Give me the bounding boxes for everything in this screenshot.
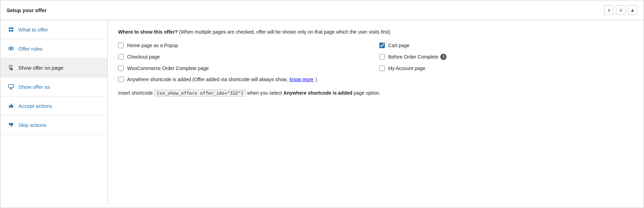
expand-button[interactable]: ▲ bbox=[628, 5, 637, 15]
svg-rect-8 bbox=[10, 67, 11, 67]
chevron-up-icon: ∧ bbox=[607, 7, 611, 13]
checkout-page-checkbox[interactable] bbox=[118, 54, 124, 60]
shortcode-note: Insert shortcode [so_show_offers offer_i… bbox=[118, 89, 633, 97]
panel-controls: ∧ ∨ ▲ bbox=[604, 5, 637, 15]
expand-icon: ▲ bbox=[630, 7, 635, 13]
main-content: Where to show this offer? (When multiple… bbox=[108, 20, 644, 204]
setup-offer-panel: Setup your offer ∧ ∨ ▲ bbox=[0, 0, 644, 208]
checkbox-item-home-page-popup: Home page as a Popup bbox=[118, 43, 372, 48]
panel-title: Setup your offer bbox=[7, 7, 47, 13]
svg-point-5 bbox=[10, 47, 12, 49]
svg-rect-13 bbox=[9, 105, 10, 107]
svg-rect-9 bbox=[10, 68, 12, 70]
know-more-link[interactable]: know more bbox=[290, 77, 314, 82]
before-order-complete-label[interactable]: Before Order Complete ? bbox=[388, 54, 447, 60]
monitor-icon bbox=[7, 84, 15, 90]
cart-page-checkbox[interactable] bbox=[379, 43, 385, 48]
checkbox-item-cart-page: Cart page bbox=[379, 43, 634, 48]
sidebar-item-skip-actions[interactable]: Skip actions bbox=[0, 115, 107, 135]
help-icon[interactable]: ? bbox=[440, 54, 447, 60]
sidebar-label-what-to-offer: What to offer bbox=[18, 27, 48, 33]
sidebar: What to offer Offer rules bbox=[0, 20, 108, 204]
svg-rect-10 bbox=[9, 85, 14, 88]
thumbs-up-icon bbox=[7, 103, 15, 109]
collapse-down-button[interactable]: ∨ bbox=[616, 5, 626, 15]
checkbox-item-woocommerce-order-complete: WooCommerce Order Complete page bbox=[118, 66, 372, 71]
section-question-note: (When multiple pages are checked, offer … bbox=[178, 29, 390, 35]
thumbs-down-icon bbox=[7, 122, 15, 128]
section-description: Where to show this offer? (When multiple… bbox=[118, 28, 633, 36]
checkbox-item-my-account-page: My Account page bbox=[379, 66, 634, 71]
sidebar-item-show-offer-as[interactable]: Show offer as bbox=[0, 77, 107, 96]
svg-rect-14 bbox=[9, 123, 10, 125]
panel-header: Setup your offer ∧ ∨ ▲ bbox=[0, 0, 644, 20]
chevron-down-icon: ∨ bbox=[619, 7, 623, 13]
woocommerce-order-complete-label[interactable]: WooCommerce Order Complete page bbox=[127, 66, 209, 71]
sidebar-label-show-offer-on-page: Show offer on page bbox=[18, 65, 63, 71]
panel-body: What to offer Offer rules bbox=[0, 20, 644, 204]
woocommerce-order-complete-checkbox[interactable] bbox=[118, 66, 124, 71]
shortcode-note-bold: Anywhere shortcode is added bbox=[283, 90, 352, 96]
sidebar-item-what-to-offer[interactable]: What to offer bbox=[0, 20, 107, 39]
home-page-popup-label[interactable]: Home page as a Popup bbox=[127, 43, 178, 48]
collapse-up-button[interactable]: ∧ bbox=[604, 5, 614, 15]
sidebar-item-show-offer-on-page[interactable]: Show offer on page bbox=[0, 58, 107, 77]
checkbox-item-checkout-page: Checkout page bbox=[118, 54, 372, 60]
svg-rect-7 bbox=[10, 66, 11, 67]
cart-page-label[interactable]: Cart page bbox=[388, 43, 409, 48]
checkbox-item-anywhere-shortcode: Anywhere shortcode is added (Offer added… bbox=[118, 77, 633, 82]
my-account-page-checkbox[interactable] bbox=[379, 66, 385, 71]
my-account-page-label[interactable]: My Account page bbox=[388, 66, 425, 71]
sidebar-label-skip-actions: Skip actions bbox=[18, 122, 46, 128]
eye-icon bbox=[7, 45, 15, 52]
svg-rect-1 bbox=[11, 27, 13, 29]
sidebar-label-accept-actions: Accept actions bbox=[18, 103, 52, 109]
home-page-popup-checkbox[interactable] bbox=[118, 43, 124, 48]
sidebar-item-accept-actions[interactable]: Accept actions bbox=[0, 96, 107, 115]
checkout-page-label[interactable]: Checkout page bbox=[127, 54, 160, 60]
anywhere-shortcode-checkbox[interactable] bbox=[118, 77, 124, 82]
svg-rect-11 bbox=[10, 88, 12, 89]
sidebar-label-offer-rules: Offer rules bbox=[18, 46, 43, 52]
before-order-complete-checkbox[interactable] bbox=[379, 54, 385, 60]
shortcode-value[interactable]: [so_show_offers offer_ids="322"] bbox=[154, 89, 246, 97]
sidebar-item-offer-rules[interactable]: Offer rules bbox=[0, 39, 107, 58]
svg-rect-2 bbox=[9, 30, 11, 32]
svg-rect-0 bbox=[9, 27, 11, 29]
checkboxes-grid: Home page as a Popup Cart page Checkout … bbox=[118, 43, 633, 82]
page-icon bbox=[7, 64, 15, 71]
section-question: Where to show this offer? bbox=[118, 29, 178, 35]
anywhere-shortcode-label[interactable]: Anywhere shortcode is added (Offer added… bbox=[127, 77, 317, 82]
checkbox-item-before-order-complete: Before Order Complete ? bbox=[379, 54, 634, 60]
box-icon bbox=[7, 26, 15, 33]
sidebar-label-show-offer-as: Show offer as bbox=[18, 84, 50, 90]
svg-rect-3 bbox=[11, 30, 13, 32]
svg-rect-12 bbox=[10, 89, 12, 89]
